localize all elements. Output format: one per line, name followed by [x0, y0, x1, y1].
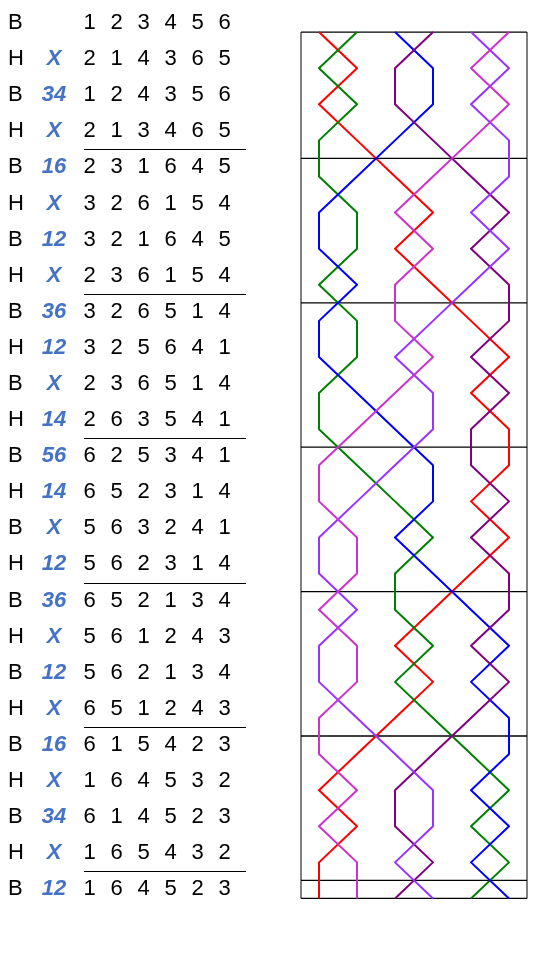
call-code: X	[32, 45, 76, 71]
bell-path-4	[395, 32, 509, 898]
lead-separator	[84, 583, 246, 584]
bell-cell: 3	[211, 623, 238, 649]
bell-cell: 2	[157, 514, 184, 540]
bell-cell: 2	[103, 334, 130, 360]
bell-cell: 4	[130, 803, 157, 829]
lead-separator	[84, 727, 246, 728]
bell-cell: 5	[211, 153, 238, 179]
bell-cell: 1	[103, 45, 130, 71]
stroke-label: B	[8, 298, 32, 324]
call-code: 36	[32, 298, 76, 324]
bell-cell: 3	[103, 262, 130, 288]
bell-cell: 6	[184, 45, 211, 71]
bell-cell: 1	[76, 839, 103, 865]
bell-cell: 1	[157, 659, 184, 685]
table-row: B16615423	[8, 726, 238, 762]
bell-cell: 5	[130, 334, 157, 360]
bell-cell: 1	[130, 623, 157, 649]
bell-cell: 5	[184, 262, 211, 288]
bell-path-1	[319, 32, 509, 898]
call-code: X	[32, 190, 76, 216]
bell-cell: 3	[76, 190, 103, 216]
bell-cell: 6	[76, 587, 103, 613]
call-code: 14	[32, 478, 76, 504]
bell-cell: 2	[211, 767, 238, 793]
bell-path-5	[319, 32, 509, 898]
bell-cell: 5	[76, 514, 103, 540]
table-row: H14652314	[8, 473, 238, 509]
call-code: 34	[32, 81, 76, 107]
bell-cell: 1	[184, 550, 211, 576]
bell-cell: 4	[184, 406, 211, 432]
bell-cell: 1	[157, 190, 184, 216]
bell-cell: 5	[76, 659, 103, 685]
bell-cell: 4	[211, 659, 238, 685]
bell-cell: 6	[184, 117, 211, 143]
bell-cell: 3	[103, 153, 130, 179]
bell-cell: 4	[130, 875, 157, 901]
bell-cell: 4	[184, 334, 211, 360]
bell-cell: 4	[184, 695, 211, 721]
bell-cell: 6	[130, 298, 157, 324]
bell-cell: 3	[130, 514, 157, 540]
bell-cell: 4	[211, 370, 238, 396]
bell-cell: 6	[130, 370, 157, 396]
table-row: HX165432	[8, 834, 238, 870]
stroke-label: H	[8, 117, 32, 143]
call-code: 14	[32, 406, 76, 432]
bell-cell: 6	[76, 478, 103, 504]
table-row: HX651243	[8, 690, 238, 726]
call-code: X	[32, 623, 76, 649]
lead-separator	[84, 871, 246, 872]
stroke-label: H	[8, 45, 32, 71]
bell-cell: 4	[130, 45, 157, 71]
bell-cell: 1	[103, 117, 130, 143]
bell-cell: 4	[211, 190, 238, 216]
table-row: HX164532	[8, 762, 238, 798]
bell-cell: 3	[76, 226, 103, 252]
bell-cell: 2	[184, 731, 211, 757]
stroke-label: B	[8, 226, 32, 252]
bell-cell: 1	[211, 406, 238, 432]
bell-cell: 4	[184, 153, 211, 179]
bell-cell: 5	[184, 81, 211, 107]
bell-cell: 1	[211, 334, 238, 360]
bell-cell: 3	[76, 298, 103, 324]
table-row: B56625341	[8, 437, 238, 473]
method-table: B123456HX214365B34124356HX213465B1623164…	[8, 4, 238, 906]
bell-cell: 6	[76, 442, 103, 468]
bell-cell: 5	[103, 587, 130, 613]
stroke-label: H	[8, 695, 32, 721]
bell-cell: 5	[157, 767, 184, 793]
call-code: 12	[32, 226, 76, 252]
table-row: H12562314	[8, 545, 238, 581]
bell-cell: 4	[211, 262, 238, 288]
stroke-label: B	[8, 370, 32, 396]
stroke-label: B	[8, 514, 32, 540]
bell-cell: 3	[157, 81, 184, 107]
bell-cell: 5	[130, 731, 157, 757]
bell-cell: 1	[211, 442, 238, 468]
bell-cell: 4	[211, 550, 238, 576]
table-row: B34614523	[8, 798, 238, 834]
call-code: 16	[32, 731, 76, 757]
bell-cell: 3	[157, 442, 184, 468]
bell-cell: 5	[184, 9, 211, 35]
call-code: 12	[32, 334, 76, 360]
bell-path-6	[319, 32, 509, 898]
bell-cell: 1	[76, 9, 103, 35]
bell-cell: 3	[184, 767, 211, 793]
table-row: HX213465	[8, 112, 238, 148]
bell-cell: 3	[184, 659, 211, 685]
stroke-label: H	[8, 478, 32, 504]
bell-cell: 6	[157, 153, 184, 179]
table-row: HX236154	[8, 257, 238, 293]
bell-cell: 5	[211, 117, 238, 143]
table-row: B12321645	[8, 221, 238, 257]
stroke-label: H	[8, 406, 32, 432]
table-row: H14263541	[8, 401, 238, 437]
call-code: X	[32, 262, 76, 288]
call-code: X	[32, 767, 76, 793]
bell-cell: 1	[184, 478, 211, 504]
bell-cell: 6	[103, 839, 130, 865]
